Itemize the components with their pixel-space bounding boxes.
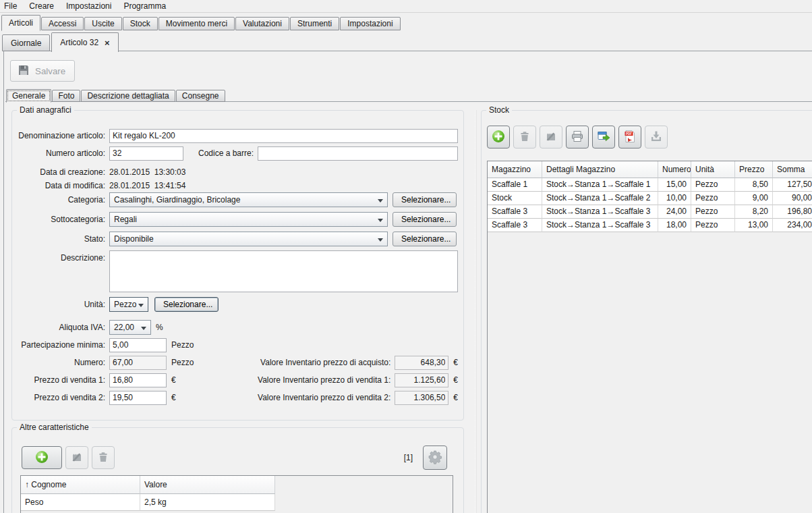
dropdown-value: Disponibile <box>114 234 154 244</box>
categoria-selezionare-button[interactable]: Selezionare... <box>393 192 457 207</box>
column-header-valore[interactable]: Valore <box>140 476 275 494</box>
cell: 8,50 <box>735 178 773 192</box>
export-icon <box>597 130 610 145</box>
codice-a-barre-input[interactable] <box>258 146 458 161</box>
cell: Pezzo <box>691 205 735 219</box>
doc-tab-giornale[interactable]: Giornale <box>2 34 50 51</box>
inventory-value-row: Valore Inventario prezzo di acquisto: € <box>260 356 458 370</box>
sottocategoria-dropdown[interactable]: Regali <box>109 212 388 227</box>
partecipazione-minima-input[interactable] <box>109 338 167 352</box>
stato-selezionare-button[interactable]: Selezionare... <box>393 232 457 246</box>
edit-stock-button[interactable] <box>540 126 562 148</box>
field-label: Stato: <box>18 234 105 244</box>
edit-caratteristica-button[interactable] <box>65 446 88 469</box>
tab-descrizione-dettagliata[interactable]: Descrizione dettagliata <box>81 90 175 102</box>
delete-stock-button[interactable] <box>513 126 536 148</box>
add-caratteristica-button[interactable] <box>22 446 62 469</box>
tab-accessi[interactable]: Accessi <box>41 17 84 30</box>
stock-row[interactable]: Scaffale 1 Stock→Stanza 1→Scaffale 1 15,… <box>488 178 812 192</box>
tab-consegne[interactable]: Consegne <box>176 90 225 102</box>
chevron-down-icon <box>378 199 383 202</box>
menu-programma[interactable]: Programma <box>117 1 172 12</box>
form-row: Prezzo di vendita 1: € Valore Inventario… <box>18 373 458 387</box>
prezzo-vendita-2-input[interactable] <box>109 391 167 405</box>
menu-impostazioni[interactable]: Impostazioni <box>60 1 117 12</box>
menu-creare[interactable]: Creare <box>23 1 60 12</box>
doc-tab-articolo-32[interactable]: Articolo 32 × <box>51 32 118 52</box>
tab-valutazioni[interactable]: Valutazioni <box>235 17 289 30</box>
cell: 15,00 <box>658 178 691 192</box>
form-row: Partecipazione minima: Pezzo <box>18 338 458 352</box>
numero-articolo-input[interactable] <box>109 146 183 161</box>
aliquota-iva-dropdown[interactable]: 22,00 <box>109 320 151 335</box>
delete-caratteristica-button[interactable] <box>92 446 115 469</box>
chevron-down-icon <box>378 219 383 222</box>
stato-dropdown[interactable]: Disponibile <box>109 232 388 246</box>
tab-strumenti[interactable]: Strumenti <box>290 17 339 30</box>
row-filler <box>275 494 453 511</box>
menu-file[interactable]: File <box>1 1 23 12</box>
tab-impostazioni[interactable]: Impostazioni <box>340 17 400 30</box>
stock-row[interactable]: Scaffale 3 Stock→Stanza 1→Scaffale 3 18,… <box>488 219 812 232</box>
valore-inventario-acquisto-field <box>395 356 448 370</box>
table-header-row: ↑ Cognome Valore <box>21 476 453 494</box>
field-label: Codice a barre: <box>198 148 254 158</box>
print-button[interactable] <box>566 126 589 148</box>
unit-suffix: Pezzo <box>171 340 194 350</box>
detail-tab-bar: Generale Foto Descrizione dettagliata Co… <box>6 88 812 102</box>
module-tab-bar: Articoli Accessi Uscite Stock Movimento … <box>0 14 812 30</box>
table-row[interactable]: Peso 2,5 kg <box>21 494 453 511</box>
group-title: Stock <box>486 105 512 115</box>
form-row: Sottocategoria: Regali Selezionare... <box>18 212 458 227</box>
column-header-magazzino[interactable]: Magazzino <box>488 161 542 178</box>
pdf-export-button[interactable]: PDF <box>618 126 641 148</box>
settings-button[interactable] <box>423 446 447 470</box>
add-stock-button[interactable] <box>487 126 510 148</box>
denominazione-articolo-input[interactable] <box>109 129 458 143</box>
import-button[interactable] <box>645 126 668 148</box>
field-label: Denominazione articolo: <box>18 131 105 140</box>
group-title: Dati anagrafici <box>17 105 74 115</box>
field-label: Unità: <box>18 300 105 309</box>
cell: Stock→Stanza 1→Scaffale 3 <box>542 205 658 219</box>
app-window: File Creare Impostazioni Programma Artic… <box>0 0 812 513</box>
cell: 127,50 <box>773 178 812 192</box>
form-row: Numero: Pezzo Valore Inventario prezzo d… <box>18 355 458 370</box>
unita-selezionare-button[interactable]: Selezionare... <box>154 297 219 312</box>
field-label: Valore Inventario prezzo di vendita 1: <box>258 375 390 385</box>
cell: Stock→Stanza 1→Scaffale 3 <box>542 219 658 232</box>
tab-movimento-merci[interactable]: Movimento merci <box>158 17 235 30</box>
prezzo-vendita-1-input[interactable] <box>109 373 167 387</box>
cell: 18,00 <box>658 219 691 232</box>
cell: 90,00 <box>773 192 812 205</box>
form-row: Aliquota IVA: 22,00 % <box>18 320 458 335</box>
categoria-dropdown[interactable]: Casalinghi, Giardinaggio, Bricolage <box>109 192 388 207</box>
column-header-prezzo[interactable]: Prezzo <box>735 161 773 178</box>
form-row: Data di modifica: 28.01.2015 13:41:54 <box>18 178 458 193</box>
stock-row[interactable]: Scaffale 3 Stock→Stanza 1→Scaffale 3 24,… <box>488 205 812 219</box>
data-creazione-value: 28.01.2015 13:30:03 <box>109 167 185 177</box>
unit-suffix: Pezzo <box>171 358 194 367</box>
column-header-dettagli[interactable]: Dettagli Magazzino <box>542 161 658 178</box>
tab-articoli[interactable]: Articoli <box>1 15 40 31</box>
field-label: Data di creazione: <box>18 167 105 177</box>
column-header-somma[interactable]: Somma <box>773 161 812 178</box>
column-header-numero[interactable]: Numero <box>658 161 691 178</box>
unita-dropdown[interactable]: Pezzo <box>109 297 148 312</box>
tab-generale[interactable]: Generale <box>6 89 51 103</box>
save-button[interactable]: Salvare <box>10 60 75 82</box>
export-button[interactable] <box>592 126 615 148</box>
tab-stock[interactable]: Stock <box>123 17 158 30</box>
field-label: Aliquota IVA: <box>18 323 105 332</box>
save-button-label: Salvare <box>35 66 65 76</box>
tab-uscite[interactable]: Uscite <box>84 17 121 30</box>
numero-readonly-field <box>109 356 167 370</box>
sottocategoria-selezionare-button[interactable]: Selezionare... <box>393 212 457 227</box>
stock-row[interactable]: Stock Stock→Stanza 1→Scaffale 2 10,00 Pe… <box>488 192 812 205</box>
close-icon[interactable]: × <box>105 38 110 47</box>
tab-foto[interactable]: Foto <box>52 90 80 102</box>
column-header-cognome[interactable]: ↑ Cognome <box>21 476 140 494</box>
panel-splitter[interactable] <box>475 110 477 513</box>
descrizione-textarea[interactable] <box>109 250 458 292</box>
column-header-unita[interactable]: Unità <box>691 161 735 178</box>
